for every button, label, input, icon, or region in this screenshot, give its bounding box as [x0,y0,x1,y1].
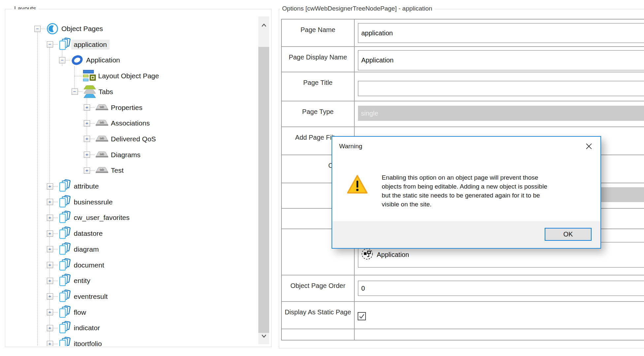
expander-minus-icon[interactable]: − [34,26,41,32]
options-row-page-display-name: Page Display NameApplication [282,47,644,72]
tree-item-label[interactable]: flow [74,308,86,316]
expander-plus-icon[interactable]: + [84,120,90,126]
tree-item-flow[interactable]: +flow [47,304,86,320]
tabs-icon [83,84,97,99]
tree-scrollbar[interactable] [258,17,269,344]
object-type-icon [361,248,373,262]
tree-item-associations[interactable]: +tabAssociations [84,115,150,131]
expander-minus-icon[interactable]: − [47,41,53,48]
tree-item-itportfolio[interactable]: +itportfolio [47,336,102,346]
layouts-tree[interactable]: −Object Pages−application−ApplicationLay… [5,9,258,346]
field-label: Page Title [303,79,333,101]
tree-item-cw-user-favorites[interactable]: +cw_user_favorites [47,210,130,226]
tree-item-properties[interactable]: +tabProperties [84,100,143,116]
tree-item-label[interactable]: indicator [74,324,100,332]
tree-item-label[interactable]: application [71,40,110,50]
tree-item-label[interactable]: attribute [74,182,99,190]
scrollbar-thumb[interactable] [258,47,269,333]
tree-item-tabs[interactable]: −Tabs [72,84,113,100]
close-icon[interactable] [585,142,593,151]
object-page-order-input[interactable]: 0 [358,281,644,296]
tree-connector [53,344,58,344]
expander-minus-icon[interactable]: − [59,57,65,63]
expander-plus-icon[interactable]: + [84,152,90,158]
tree-item-label[interactable]: itportfolio [74,340,102,346]
expander-plus-icon[interactable]: + [84,167,90,174]
tree-item-diagrams[interactable]: +tabDiagrams [84,147,141,163]
tree-item-delivered-qos[interactable]: +tabDelivered QoS [84,131,156,147]
field-label: Page Type [302,108,334,126]
tree-connector [90,155,95,155]
tree-item-label[interactable]: Diagrams [111,151,141,159]
tree-item-attribute[interactable]: +attribute [47,178,99,194]
tree-connector [53,312,58,312]
ok-button[interactable]: OK [545,228,592,241]
dialog-title: Warning [339,143,362,150]
tree-item-document[interactable]: +document [47,257,104,273]
scroll-down-icon[interactable] [258,332,269,341]
expander-plus-icon[interactable]: + [47,183,53,190]
expander-plus-icon[interactable]: + [47,215,53,221]
field-label: Display As Static Page [285,308,351,329]
tree-item-datastore[interactable]: +datastore [47,226,103,241]
expander-plus-icon[interactable]: + [84,104,90,111]
tree-item-label[interactable]: Layout Object Page [98,72,159,80]
expander-plus-icon[interactable]: + [47,231,53,237]
expander-plus-icon[interactable]: + [47,246,53,252]
tree-item-indicator[interactable]: +indicator [47,320,100,336]
tab-icon: tab [95,100,109,115]
expander-plus-icon[interactable]: + [47,325,53,331]
expander-plus-icon[interactable]: + [47,262,53,268]
tree-item-object-pages[interactable]: −Object Pages [34,21,103,37]
tree-item-label[interactable]: Test [111,166,124,174]
expander-plus-icon[interactable]: + [47,199,53,205]
tree-item-businessrule[interactable]: +businessrule [47,194,113,210]
tree-item-label[interactable]: Delivered QoS [111,135,156,143]
tree-item-label[interactable]: Tabs [99,88,113,96]
pages-icon [58,242,72,257]
tree-item-label[interactable]: businessrule [74,198,113,206]
tree-item-label[interactable]: entity [74,277,90,285]
page-display-name-input[interactable]: Application [358,50,644,70]
tree-item-label[interactable]: cw_user_favorites [74,214,130,222]
tree-item-layout-object-page[interactable]: Layout Object Page [72,68,159,84]
page-name-input[interactable]: application [358,23,644,43]
tree-item-label[interactable]: Associations [111,119,150,127]
expander-plus-icon[interactable]: + [47,293,53,300]
tree-connector [90,170,95,171]
tree-item-label[interactable]: Object Pages [61,25,103,33]
expander-plus-icon[interactable]: + [47,309,53,315]
tree-item-label[interactable]: datastore [74,230,103,237]
tree-item-label[interactable]: Application [86,56,120,64]
options-row-display-as-static-page: Display As Static Page [282,302,644,329]
expander-plus-icon[interactable]: + [47,341,53,346]
svg-text:tab: tab [100,121,104,124]
pages-icon [58,37,72,52]
tree-item-application[interactable]: −application [47,37,110,53]
tree-item-label[interactable]: Properties [111,104,143,112]
tree-item-label[interactable]: eventresult [74,293,108,301]
page-title-input[interactable] [358,81,644,96]
pages-icon [58,320,72,336]
svg-text:tab: tab [100,105,104,108]
expander-minus-icon[interactable]: − [72,89,78,95]
tree-item-eventresult[interactable]: +eventresult [47,289,108,304]
tree-item-label[interactable]: diagram [74,245,99,253]
tree-item-label[interactable]: document [74,261,104,269]
tree-item-test[interactable]: +tabTest [84,162,124,178]
tree-connector [90,139,95,139]
pages-icon [58,179,72,194]
scroll-up-icon[interactable] [258,20,269,30]
tree-item-diagram[interactable]: +diagram [47,241,99,257]
expander-plus-icon[interactable]: + [84,136,90,142]
tree-item-entity[interactable]: +entity [47,273,90,289]
expander-plus-icon[interactable]: + [47,278,53,284]
tree-connector [66,60,70,60]
tree-connector [78,91,82,92]
tree-connector [90,107,95,108]
dialog-message-line: objects from being editable. Adding a ne… [382,182,547,191]
tab-icon: tab [95,131,109,147]
tree-connector [53,233,58,234]
display-as-static-page-checkbox[interactable] [358,312,366,320]
tree-item-application[interactable]: −Application [59,52,120,68]
